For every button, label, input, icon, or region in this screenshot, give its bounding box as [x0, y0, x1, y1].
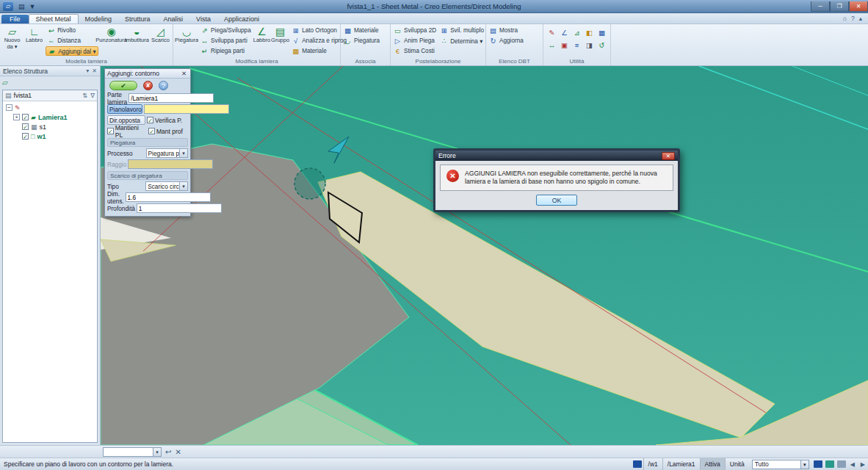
- visibility-checkbox[interactable]: ✓: [22, 123, 29, 130]
- punzonatura-button[interactable]: ◉ Punzonatura: [99, 25, 124, 57]
- tree-item-label[interactable]: s1: [40, 123, 47, 131]
- determina-button[interactable]: ∴ Determina ▾: [438, 36, 485, 46]
- tree-row-w1[interactable]: ✓ □ w1: [4, 131, 95, 141]
- angle-measure-icon[interactable]: ∠: [559, 26, 570, 37]
- labbro-button[interactable]: ∟ Labbro: [23, 25, 45, 57]
- expand-icon[interactable]: +: [13, 114, 20, 120]
- scarico-button[interactable]: ◿ Scarico: [150, 25, 171, 57]
- pianolavoro-field[interactable]: [144, 104, 229, 114]
- tree-row-root[interactable]: − ✎: [4, 103, 95, 112]
- filter-icon[interactable]: ∇: [90, 92, 95, 99]
- active-part-cell[interactable]: /Lamiera1: [662, 458, 700, 470]
- mostra-button[interactable]: ▤ Mostra: [488, 26, 525, 35]
- distance-icon[interactable]: ↔: [546, 39, 557, 50]
- processo-dropdown[interactable]: Piegatura p ▾: [146, 148, 188, 158]
- ripiega-parti-button[interactable]: ↵ Ripiega parti: [199, 46, 253, 56]
- sviluppa-parti-button[interactable]: ↔ Sviluppa parti: [199, 36, 253, 46]
- tree-root-name[interactable]: fvista1: [14, 92, 32, 99]
- repeat-command-icon[interactable]: ↩: [165, 448, 171, 456]
- visibility-checkbox[interactable]: ✓: [22, 114, 29, 120]
- imbutitura-button[interactable]: ◒ Imbutitura: [125, 25, 149, 57]
- tab-vista[interactable]: Vista: [189, 15, 217, 24]
- close-button[interactable]: ✕: [849, 1, 868, 12]
- analizza-riprog-button[interactable]: √ Analizza e riprog: [290, 36, 348, 46]
- nuovo-da-button[interactable]: ▱ Nuovo da ▾: [1, 25, 23, 57]
- unita-cell[interactable]: Unità: [725, 458, 749, 470]
- tipo-dropdown[interactable]: Scarico circ ▾: [145, 181, 188, 191]
- gruppo-button[interactable]: ▤ Gruppo: [271, 25, 289, 57]
- collapse-icon[interactable]: −: [6, 104, 12, 111]
- tab-modeling[interactable]: Modeling: [79, 15, 119, 24]
- viewport-3d-scene[interactable]: [101, 66, 868, 445]
- mant-prof-checkbox[interactable]: ✓ Mant prof: [148, 128, 183, 135]
- tab-file[interactable]: File: [1, 15, 29, 24]
- anim-piega-button[interactable]: ▷ Anim Piega: [392, 36, 438, 46]
- parte-lamiera-field[interactable]: [129, 93, 214, 103]
- sviluppa-2d-button[interactable]: ▭ Sviluppa 2D: [392, 26, 438, 35]
- prev-view-icon[interactable]: ◀: [847, 461, 858, 468]
- pianolavoro-button[interactable]: Pianolavoro: [107, 104, 142, 114]
- stima-costi-button[interactable]: € Stima Costi: [392, 46, 438, 56]
- viewport[interactable]: Aggiungi: contorno ✕ ✔ ✘ ? Parte lamiera…: [101, 66, 868, 445]
- distanza-button[interactable]: ⇔ Distanza: [46, 36, 98, 46]
- labbro-modifica-button[interactable]: ∠ Labbro: [253, 25, 270, 57]
- frame-icon[interactable]: ▣: [559, 39, 570, 50]
- profondita-field[interactable]: [137, 203, 222, 213]
- close-dialog-icon[interactable]: ✕: [180, 70, 188, 77]
- tree-item-label[interactable]: Lamiera1: [38, 114, 68, 121]
- attiva-cell[interactable]: Attiva: [700, 458, 725, 470]
- tab-analisi[interactable]: Analisi: [157, 15, 190, 24]
- annotate-icon[interactable]: ✎: [546, 26, 557, 37]
- tab-sheet-metal[interactable]: Sheet Metal: [29, 14, 79, 24]
- chevron-down-icon[interactable]: ▾: [153, 448, 161, 456]
- verifica-checkbox[interactable]: ✓ Verifica P.: [147, 117, 182, 124]
- monitor-icon[interactable]: [837, 460, 846, 468]
- command-input[interactable]: [104, 448, 153, 456]
- visibility-checkbox[interactable]: ✓: [22, 133, 29, 140]
- view-mode-icon[interactable]: [814, 460, 822, 468]
- sheet-tool-icon[interactable]: ▱: [2, 79, 8, 87]
- close-panel-icon[interactable]: ✕: [92, 68, 97, 74]
- confirm-button[interactable]: ✔: [109, 81, 137, 90]
- collapse-ribbon-icon[interactable]: ▴: [859, 15, 862, 22]
- aggiorna-button[interactable]: ↻ Aggiorna: [488, 36, 525, 46]
- list-icon[interactable]: ≡: [571, 39, 582, 50]
- next-view-icon[interactable]: ▶: [858, 461, 868, 468]
- svil-multiplo-button[interactable]: ⊞ Svil. multiplo: [438, 26, 485, 35]
- tab-applicazioni[interactable]: Applicazioni: [217, 15, 266, 24]
- sort-icon[interactable]: ⇅: [82, 92, 87, 99]
- home-icon[interactable]: ⌂: [843, 15, 847, 22]
- workplane-cell[interactable]: /w1: [643, 458, 662, 470]
- lato-ortogon-button[interactable]: ⊞ Lato Ortogon: [290, 26, 348, 35]
- dialog-help-button[interactable]: ?: [159, 81, 168, 90]
- close-error-icon[interactable]: ✕: [662, 152, 675, 160]
- rivolto-button[interactable]: ↩ Rivolto: [46, 26, 98, 35]
- ok-button[interactable]: OK: [536, 195, 577, 206]
- materiale-modifica-button[interactable]: ▦ Materiale: [290, 46, 348, 56]
- command-combobox[interactable]: ▾: [103, 447, 162, 457]
- section-icon[interactable]: ◧: [584, 26, 595, 37]
- triangle-measure-icon[interactable]: ⊿: [571, 26, 582, 37]
- materiale-associa-button[interactable]: ▦ Materiale: [342, 26, 381, 35]
- shade-icon[interactable]: ◨: [584, 39, 595, 50]
- piegatura-associa-button[interactable]: ◡ Piegatura: [342, 36, 381, 46]
- tab-struttura[interactable]: Struttura: [118, 15, 157, 24]
- piegatura-button[interactable]: ◡ Piegatura: [175, 25, 198, 57]
- minimize-button[interactable]: ─: [811, 1, 830, 12]
- display-icon[interactable]: [825, 460, 834, 468]
- clear-command-icon[interactable]: ✕: [175, 448, 181, 456]
- cancel-button[interactable]: ✘: [143, 81, 153, 90]
- dim-utens-field[interactable]: [126, 192, 211, 202]
- mantieni-pl-checkbox[interactable]: ✓ Mantieni PL: [107, 124, 147, 139]
- reset-view-icon[interactable]: ↺: [596, 39, 607, 50]
- filter-dropdown[interactable]: Tutto ▾: [752, 460, 809, 469]
- grid-icon[interactable]: ▦: [596, 26, 607, 37]
- aggiungi-dal-button[interactable]: ▰ Aggiungi dal ▾: [46, 46, 98, 56]
- piega-sviluppa-button[interactable]: ⇗ Piega/Sviluppa: [199, 26, 253, 35]
- tree-row-s1[interactable]: ✓ ▦ s1: [4, 122, 95, 131]
- tree-item-label[interactable]: w1: [37, 133, 46, 140]
- maximize-button[interactable]: ❐: [830, 1, 849, 12]
- tree-row-lamiera1[interactable]: + ✓ ▰ Lamiera1: [4, 112, 95, 122]
- help-icon[interactable]: ?: [851, 15, 855, 22]
- pin-icon[interactable]: ▾: [86, 68, 89, 74]
